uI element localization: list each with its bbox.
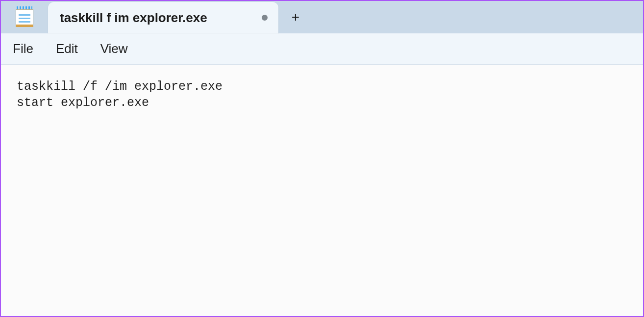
menu-file[interactable]: File <box>13 41 33 56</box>
new-tab-button[interactable]: + <box>278 1 313 33</box>
unsaved-indicator-icon[interactable] <box>262 15 268 21</box>
document-tab[interactable]: taskkill f im explorer.exe <box>48 2 278 33</box>
plus-icon: + <box>292 10 299 24</box>
tab-title: taskkill f im explorer.exe <box>60 10 250 26</box>
app-icon-region <box>1 1 48 33</box>
editor-area[interactable]: taskkill /f /im explorer.exe start explo… <box>1 65 643 316</box>
menu-edit[interactable]: Edit <box>56 41 78 56</box>
editor-text[interactable]: taskkill /f /im explorer.exe start explo… <box>17 79 637 111</box>
notepad-icon <box>16 7 33 27</box>
titlebar: taskkill f im explorer.exe + <box>1 1 643 33</box>
menubar: File Edit View <box>1 33 643 65</box>
menu-view[interactable]: View <box>100 41 128 56</box>
